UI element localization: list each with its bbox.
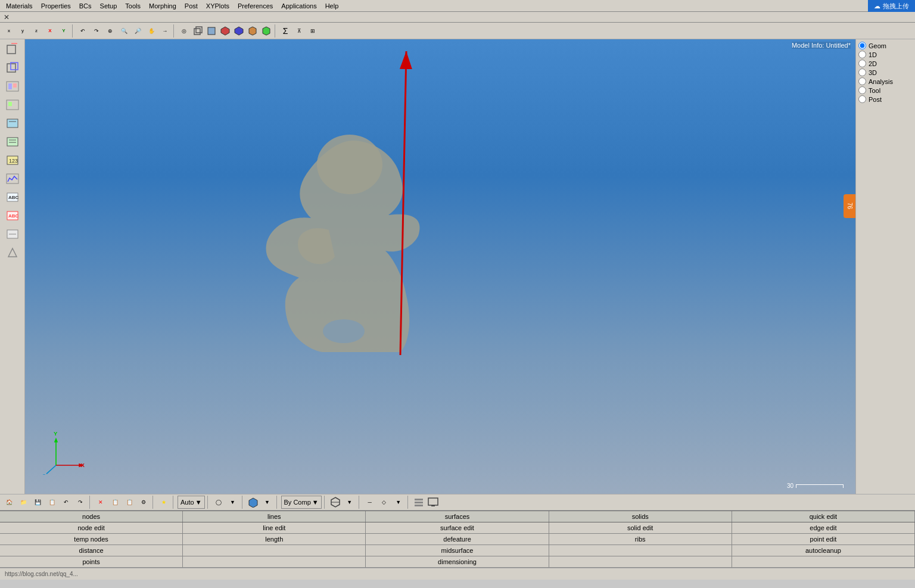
radio-tool[interactable]: Tool: [858, 86, 913, 94]
menu-bcs[interactable]: BCs: [76, 2, 95, 10]
cell-length[interactable]: length: [183, 534, 366, 545]
menu-properties[interactable]: Properties: [38, 2, 74, 10]
menu-setup[interactable]: Setup: [97, 2, 121, 10]
tb-cube4[interactable]: [232, 24, 245, 38]
cell-midsurface[interactable]: midsurface: [366, 545, 549, 556]
left-btn-9[interactable]: [4, 225, 21, 243]
tb2-import[interactable]: 📋: [45, 496, 58, 509]
cell-distance[interactable]: distance: [0, 545, 183, 556]
upload-button[interactable]: ☁ 拖拽上传: [868, 0, 915, 12]
radio-3d[interactable]: 3D: [858, 69, 913, 76]
tb2-star[interactable]: ★: [157, 496, 170, 509]
tb2-save[interactable]: 💾: [31, 496, 44, 509]
cell-temp-nodes[interactable]: temp nodes: [0, 534, 183, 545]
tb2-settings[interactable]: ⚙: [137, 496, 150, 509]
tb-sigma[interactable]: Σ: [279, 24, 292, 38]
left-btn-4[interactable]: [4, 96, 21, 114]
left-btn-10[interactable]: [4, 244, 21, 262]
col-header-quick-edit[interactable]: quick edit: [732, 511, 915, 522]
tb2-paste[interactable]: 📋: [123, 496, 136, 509]
left-btn-2[interactable]: [4, 59, 21, 77]
tb-cube6[interactable]: [260, 24, 273, 38]
tb2-diamond[interactable]: ◇: [378, 496, 391, 509]
left-btn-3[interactable]: [4, 77, 21, 95]
tb-cube1[interactable]: [191, 24, 204, 38]
tb-y[interactable]: y: [16, 24, 29, 38]
tb-select[interactable]: ◎: [178, 24, 191, 38]
menu-materials[interactable]: Materials: [2, 2, 36, 10]
tb2-circle-drop[interactable]: ▼: [226, 496, 239, 509]
tb-x[interactable]: x: [2, 24, 15, 38]
bycomp-dropdown[interactable]: By Comp ▼: [281, 496, 322, 509]
left-btn-5[interactable]: [4, 114, 21, 132]
tb-pan[interactable]: ✋: [145, 24, 158, 38]
col-header-nodes[interactable]: nodes: [0, 511, 183, 522]
tb-calc[interactable]: ⊞: [306, 24, 319, 38]
tb2-diamond-drop[interactable]: ▼: [392, 496, 405, 509]
close-icon[interactable]: ✕: [2, 13, 11, 21]
tb2-hex[interactable]: [329, 496, 342, 509]
tb2-cube-drop[interactable]: ▼: [261, 496, 274, 509]
cell-points[interactable]: points: [0, 556, 183, 567]
orange-tab[interactable]: 76: [844, 194, 855, 218]
cell-edge-edit[interactable]: edge edit: [732, 522, 915, 533]
radio-post[interactable]: Post: [858, 95, 913, 103]
tb-cube2[interactable]: [205, 24, 218, 38]
tb-zoom-fit[interactable]: ⊕: [104, 24, 117, 38]
left-btn-8[interactable]: [4, 170, 21, 188]
tb-rotate-right[interactable]: ↷: [90, 24, 103, 38]
tb-cube3[interactable]: [219, 24, 232, 38]
cell-point-edit[interactable]: point edit: [732, 534, 915, 545]
left-btn-abc1[interactable]: ABC: [4, 188, 21, 206]
left-btn-6[interactable]: [4, 133, 21, 151]
radio-analysis[interactable]: Analysis: [858, 77, 913, 85]
left-btn-1[interactable]: [4, 41, 21, 58]
tb-zoom-in[interactable]: 🔍: [117, 24, 130, 38]
cell-dimensioning[interactable]: dimensioning: [366, 556, 549, 567]
viewport[interactable]: Model Info: Untitled* Y X: [25, 39, 855, 494]
tb-cube5[interactable]: [246, 24, 259, 38]
cell-autocleanup[interactable]: autocleanup: [732, 545, 915, 556]
tb-rotate-left[interactable]: ↶: [76, 24, 89, 38]
tb2-hex-drop[interactable]: ▼: [343, 496, 356, 509]
tb-zoom-out[interactable]: 🔎: [131, 24, 144, 38]
tb2-redo[interactable]: ↷: [74, 496, 87, 509]
tb-arrow[interactable]: →: [158, 24, 172, 38]
cell-ribs[interactable]: ribs: [549, 534, 732, 545]
tb2-undo[interactable]: ↶: [60, 496, 73, 509]
tb2-copy[interactable]: 📋: [108, 496, 122, 509]
tb2-circle[interactable]: ◯: [212, 496, 225, 509]
col-header-solids[interactable]: solids: [549, 511, 732, 522]
cell-line-edit[interactable]: line edit: [183, 522, 366, 533]
tb2-cube-solid[interactable]: [247, 496, 260, 509]
radio-geom[interactable]: Geom: [858, 42, 913, 49]
tb2-folder[interactable]: 📁: [17, 496, 30, 509]
menu-applications[interactable]: Applications: [278, 2, 320, 10]
menu-preferences[interactable]: Preferences: [234, 2, 276, 10]
auto-dropdown[interactable]: Auto ▼: [178, 496, 205, 509]
tb2-layers[interactable]: [412, 496, 425, 509]
cell-surface-edit[interactable]: surface edit: [366, 522, 549, 533]
menu-tools[interactable]: Tools: [122, 2, 144, 10]
menu-post[interactable]: Post: [181, 2, 201, 10]
cell-node-edit[interactable]: node edit: [0, 522, 183, 533]
col-header-lines[interactable]: lines: [183, 511, 366, 522]
left-btn-7[interactable]: 123: [4, 151, 21, 169]
menu-xyplots[interactable]: XYPlots: [203, 2, 233, 10]
col-header-surfaces[interactable]: surfaces: [366, 511, 549, 522]
tb2-home[interactable]: 🏠: [2, 496, 15, 509]
radio-2d[interactable]: 2D: [858, 60, 913, 67]
left-btn-abc2[interactable]: ABC: [4, 207, 21, 225]
tb2-screen[interactable]: [427, 496, 440, 509]
radio-1d[interactable]: 1D: [858, 51, 913, 58]
tb2-line[interactable]: ─: [363, 496, 376, 509]
cell-defeature[interactable]: defeature: [366, 534, 549, 545]
tb-X[interactable]: X: [43, 24, 57, 38]
menu-morphing[interactable]: Morphing: [145, 2, 180, 10]
cell-solid-edit[interactable]: solid edit: [549, 522, 732, 533]
tb-z[interactable]: z: [30, 24, 43, 38]
menu-help[interactable]: Help: [322, 2, 343, 10]
tb-Y[interactable]: Y: [57, 24, 70, 38]
tb-grid[interactable]: ⊼: [292, 24, 306, 38]
tb2-delete[interactable]: ✕: [94, 496, 107, 509]
